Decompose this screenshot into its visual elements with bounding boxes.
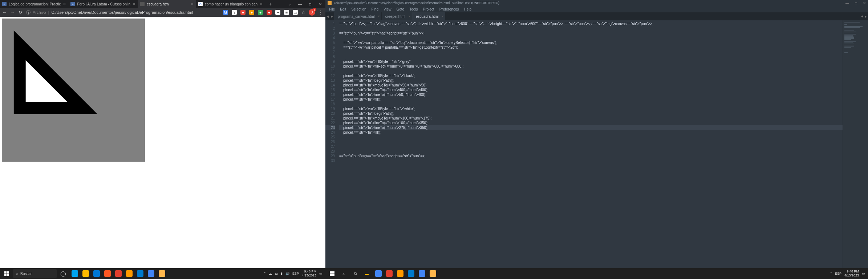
search-placeholder: Buscar bbox=[20, 272, 32, 276]
menu-item[interactable]: Find bbox=[369, 7, 381, 11]
taskbar-app-icon[interactable] bbox=[113, 268, 123, 279]
bookmark-star-icon[interactable]: ☆ bbox=[301, 10, 306, 15]
file-explorer-icon[interactable]: ▬ bbox=[362, 268, 372, 279]
taskbar-app-icon[interactable] bbox=[70, 268, 80, 279]
reload-button[interactable]: ⟳ bbox=[18, 10, 23, 15]
taskbar-clock[interactable]: 9:48 PM4/13/2023 bbox=[844, 270, 859, 278]
menu-item[interactable]: Tools bbox=[407, 7, 420, 11]
tray-wifi-icon[interactable]: ⚍ bbox=[275, 272, 278, 275]
tray-battery-icon[interactable]: ▮ bbox=[281, 272, 283, 275]
extension-icon[interactable]: ▭ bbox=[293, 10, 298, 15]
start-button[interactable] bbox=[327, 268, 337, 279]
new-file-icon[interactable]: + bbox=[861, 15, 863, 19]
sublime-minimize-button[interactable]: — bbox=[845, 1, 849, 5]
menu-item[interactable]: Goto bbox=[394, 7, 406, 11]
rendered-canvas bbox=[2, 19, 145, 162]
address-bar[interactable]: i Archivo | C:/Users/pc/OneDrive/Documen… bbox=[26, 10, 220, 15]
favicon: G bbox=[198, 2, 203, 6]
chrome-tab[interactable]: Gcomo hacer un triangulo con can✕ bbox=[196, 0, 265, 8]
taskbar-search-icon[interactable]: ⌕ bbox=[338, 268, 349, 279]
tray-lang[interactable]: ESP bbox=[835, 272, 841, 275]
close-tab-icon[interactable]: ✕ bbox=[260, 2, 263, 7]
extension-icon[interactable]: ● bbox=[240, 10, 246, 15]
close-tab-icon[interactable]: ✕ bbox=[63, 2, 66, 7]
close-tab-icon[interactable]: ✕ bbox=[191, 2, 194, 7]
menu-item[interactable]: Preferences bbox=[437, 7, 461, 11]
extension-icons: G⇪●●●●✦≡▭ bbox=[223, 10, 298, 15]
taskbar-app-icon[interactable] bbox=[384, 268, 394, 279]
forward-button[interactable]: → bbox=[10, 10, 15, 15]
editor-tab[interactable]: escuadra.html× bbox=[412, 12, 446, 20]
taskbar-app-icon[interactable] bbox=[157, 268, 167, 279]
editor-tab[interactable]: creeper.html× bbox=[382, 12, 412, 20]
chrome-close-button[interactable]: ✕ bbox=[315, 0, 325, 8]
chrome-tab-strip: aLógica de programación: Practic✕aForo |… bbox=[0, 0, 325, 8]
taskbar-app-icon[interactable] bbox=[417, 268, 427, 279]
taskbar-clock[interactable]: 9:48 PM4/13/2023 bbox=[302, 270, 316, 278]
cortana-icon[interactable]: ◯ bbox=[58, 268, 68, 279]
code-editor[interactable]: =="str">"pun"><;=="str">"tag">canvas =="… bbox=[338, 20, 843, 272]
favicon: a bbox=[70, 2, 75, 6]
taskbar-app-icon[interactable] bbox=[373, 268, 384, 279]
taskbar-app-icon[interactable] bbox=[428, 268, 438, 279]
profile-avatar[interactable]: J bbox=[309, 9, 315, 16]
tab-scroll-right-icon[interactable]: ▶ bbox=[330, 12, 334, 20]
notification-icon[interactable]: ▭ bbox=[319, 272, 323, 275]
extension-icon[interactable]: ≡ bbox=[284, 10, 289, 15]
menu-item[interactable]: Help bbox=[462, 7, 474, 11]
task-view-icon[interactable]: ⧉ bbox=[350, 268, 360, 279]
menu-item[interactable]: View bbox=[381, 7, 394, 11]
chrome-menu-icon[interactable]: ⋮ bbox=[318, 10, 323, 15]
chrome-minimize-button[interactable]: — bbox=[295, 0, 305, 8]
extension-icon[interactable]: ● bbox=[267, 10, 272, 15]
menu-item[interactable]: Edit bbox=[338, 7, 348, 11]
menu-item[interactable]: File bbox=[327, 7, 337, 11]
line-gutter: 1234567891011121314151617181920212223242… bbox=[325, 20, 338, 272]
chrome-tab[interactable]: aLógica de programación: Practic✕ bbox=[0, 0, 68, 8]
minimap[interactable] bbox=[843, 20, 868, 272]
taskbar-app-icon[interactable] bbox=[395, 268, 405, 279]
new-tab-button[interactable]: + bbox=[265, 0, 275, 8]
tray-onedrive-icon[interactable]: ☁ bbox=[269, 272, 272, 275]
tab-scroll-left-icon[interactable]: ◀ bbox=[325, 12, 330, 20]
tray-chevron-icon[interactable]: ˄ bbox=[830, 272, 832, 275]
taskbar-app-icon[interactable] bbox=[406, 268, 416, 279]
editor-tab[interactable]: programa_canvas.html× bbox=[334, 12, 382, 20]
tray-chevron-icon[interactable]: ˄ bbox=[264, 272, 266, 275]
taskbar-app-icon[interactable] bbox=[102, 268, 113, 279]
tab-menu-icon[interactable]: ▾ bbox=[865, 15, 867, 19]
menu-item[interactable]: Selection bbox=[349, 7, 368, 11]
extension-icon[interactable]: ⇪ bbox=[232, 10, 237, 15]
close-tab-icon[interactable]: × bbox=[408, 15, 410, 18]
chrome-tab[interactable]: aForo | Alura Latam - Cursos onlin✕ bbox=[68, 0, 138, 8]
taskbar-app-icon[interactable] bbox=[92, 268, 102, 279]
extension-icon[interactable]: ● bbox=[258, 10, 263, 15]
taskbar-app-icon[interactable] bbox=[135, 268, 145, 279]
sublime-close-button[interactable]: ✕ bbox=[863, 1, 866, 5]
tray-volume-icon[interactable]: 🔊 bbox=[285, 272, 289, 275]
taskbar-search[interactable]: ⌕ Buscar bbox=[13, 269, 57, 278]
taskbar-app-icon[interactable] bbox=[81, 268, 91, 279]
start-button[interactable] bbox=[1, 268, 12, 279]
tray-lang[interactable]: ESP bbox=[292, 272, 299, 275]
site-info-icon[interactable]: i bbox=[26, 10, 31, 15]
notification-icon[interactable]: ▭ bbox=[862, 272, 865, 275]
menu-item[interactable]: Project bbox=[421, 7, 437, 11]
extension-icon[interactable]: ✦ bbox=[275, 10, 280, 15]
chrome-tab[interactable]: escuadra.html✕ bbox=[138, 0, 196, 8]
extension-icon[interactable]: ● bbox=[249, 10, 254, 15]
sublime-titlebar: C:\Users\pc\OneDrive\Documentos\jeison\l… bbox=[325, 0, 868, 6]
back-button[interactable]: ← bbox=[2, 10, 7, 15]
sublime-app-icon bbox=[328, 1, 332, 5]
url-scheme: Archivo bbox=[33, 10, 46, 15]
close-tab-icon[interactable]: × bbox=[442, 15, 443, 18]
close-tab-icon[interactable]: ✕ bbox=[133, 2, 136, 7]
extension-icon[interactable]: G bbox=[223, 10, 228, 15]
close-tab-icon[interactable]: × bbox=[378, 15, 380, 18]
taskbar-app-icon[interactable] bbox=[146, 268, 156, 279]
chrome-maximize-button[interactable]: □ bbox=[305, 0, 315, 8]
sublime-maximize-button[interactable]: □ bbox=[855, 1, 857, 5]
chrome-tab-dropdown-icon[interactable]: ⌄ bbox=[285, 0, 295, 8]
taskbar-app-icon[interactable] bbox=[124, 268, 134, 279]
tab-label: Foro | Alura Latam - Cursos onlin bbox=[77, 2, 130, 6]
